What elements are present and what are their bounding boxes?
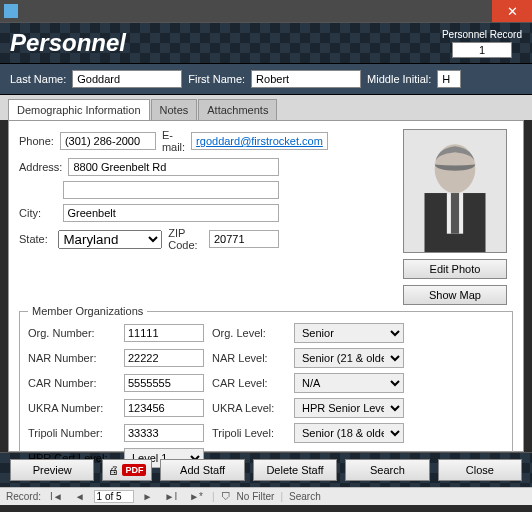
pdf-button[interactable]: 🖨PDF xyxy=(102,459,152,481)
nar-num-label: NAR Number: xyxy=(28,352,116,364)
state-select[interactable]: Maryland xyxy=(58,230,162,249)
tri-lvl-label: Tripoli Level: xyxy=(212,427,286,439)
tab-attachments[interactable]: Attachments xyxy=(198,99,277,120)
photo-frame xyxy=(403,129,507,253)
address-label: Address: xyxy=(19,161,62,173)
name-bar: Last Name: First Name: Middle Initial: xyxy=(0,64,532,95)
ukra-lvl-select[interactable]: HPR Senior Level xyxy=(294,398,404,418)
printer-icon: 🖨 xyxy=(108,464,119,476)
org-lvl-label: Org. Level: xyxy=(212,327,286,339)
filter-icon: ⛉ xyxy=(221,491,231,502)
org-lvl-select[interactable]: Senior xyxy=(294,323,404,343)
address2-input[interactable] xyxy=(63,181,279,199)
nav-first-icon[interactable]: I◄ xyxy=(47,491,66,502)
phone-label: Phone: xyxy=(19,135,54,147)
show-map-button[interactable]: Show Map xyxy=(403,285,507,305)
panel-demographic: Edit Photo Show Map Phone: E-mail: rgodd… xyxy=(8,120,524,452)
nofilter-label: No Filter xyxy=(237,491,275,502)
email-label: E-mail: xyxy=(162,129,185,153)
tri-lvl-select[interactable]: Senior (18 & older) xyxy=(294,423,404,443)
ukra-num-input[interactable] xyxy=(124,399,204,417)
nar-lvl-label: NAR Level: xyxy=(212,352,286,364)
ukra-num-label: UKRA Number: xyxy=(28,402,116,414)
search-button[interactable]: Search xyxy=(345,459,429,481)
nav-prev-icon[interactable]: ◄ xyxy=(72,491,88,502)
tab-notes[interactable]: Notes xyxy=(151,99,198,120)
nav-new-icon[interactable]: ►* xyxy=(186,491,206,502)
recnav-label: Record: xyxy=(6,491,41,502)
state-label: State: xyxy=(19,233,52,245)
city-input[interactable] xyxy=(63,204,279,222)
tab-demographic[interactable]: Demographic Information xyxy=(8,99,150,120)
zip-input[interactable] xyxy=(209,230,279,248)
ukra-lvl-label: UKRA Level: xyxy=(212,402,286,414)
org-num-label: Org. Number: xyxy=(28,327,116,339)
member-orgs-legend: Member Organizations xyxy=(28,305,147,317)
edit-photo-button[interactable]: Edit Photo xyxy=(403,259,507,279)
member-orgs-fieldset: Member Organizations Org. Number: Org. L… xyxy=(19,305,513,471)
phone-input[interactable] xyxy=(60,132,156,150)
address1-input[interactable] xyxy=(68,158,279,176)
record-navigator: Record: I◄ ◄ ► ►I ►* | ⛉ No Filter | Sea… xyxy=(0,487,532,505)
zip-label: ZIP Code: xyxy=(168,227,203,251)
car-lvl-select[interactable]: N/A xyxy=(294,373,404,393)
nav-next-icon[interactable]: ► xyxy=(140,491,156,502)
svg-rect-4 xyxy=(451,193,459,234)
header: Personnel Personnel Record 1 xyxy=(0,22,532,64)
window-close-button[interactable]: ✕ xyxy=(492,0,532,22)
nar-num-input[interactable] xyxy=(124,349,204,367)
tab-strip: Demographic Information Notes Attachment… xyxy=(0,95,532,120)
titlebar: ✕ xyxy=(0,0,532,22)
record-number: 1 xyxy=(452,42,512,58)
tri-num-label: Tripoli Number: xyxy=(28,427,116,439)
mi-label: Middle Initial: xyxy=(367,73,431,85)
app-icon xyxy=(4,4,18,18)
delete-staff-button[interactable]: Delete Staff xyxy=(253,459,337,481)
record-label: Personnel Record xyxy=(442,29,522,40)
car-num-input[interactable] xyxy=(124,374,204,392)
preview-button[interactable]: Preview xyxy=(10,459,94,481)
first-name-label: First Name: xyxy=(188,73,245,85)
last-name-label: Last Name: xyxy=(10,73,66,85)
car-lvl-label: CAR Level: xyxy=(212,377,286,389)
mi-input[interactable] xyxy=(437,70,461,88)
add-staff-button[interactable]: Add Staff xyxy=(160,459,244,481)
record-box: Personnel Record 1 xyxy=(442,29,522,58)
first-name-input[interactable] xyxy=(251,70,361,88)
org-num-input[interactable] xyxy=(124,324,204,342)
city-label: City: xyxy=(19,207,57,219)
car-num-label: CAR Number: xyxy=(28,377,116,389)
page-title: Personnel xyxy=(10,29,126,57)
nav-last-icon[interactable]: ►I xyxy=(162,491,181,502)
close-button[interactable]: Close xyxy=(438,459,522,481)
tri-num-input[interactable] xyxy=(124,424,204,442)
last-name-input[interactable] xyxy=(72,70,182,88)
email-link[interactable]: rgoddard@firstrocket.com xyxy=(191,132,328,150)
nav-position[interactable] xyxy=(94,490,134,503)
nar-lvl-select[interactable]: Senior (21 & older) xyxy=(294,348,404,368)
recnav-search[interactable]: Search xyxy=(289,491,321,502)
